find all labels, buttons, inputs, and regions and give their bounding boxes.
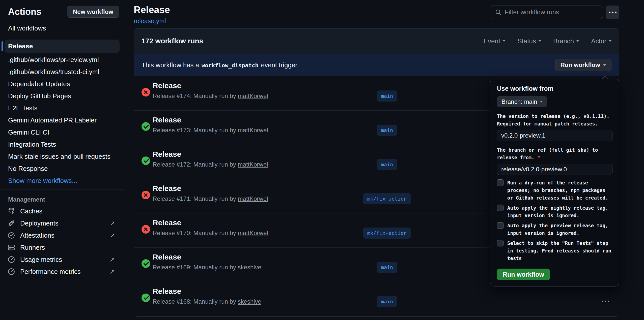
filter-label: Event [484,37,500,45]
external-link-icon: ↗ [109,232,115,239]
run-workflow-dropdown-button[interactable]: Run workflow [555,59,611,71]
ref-input-label: The branch or ref (full git sha) to rele… [497,146,612,161]
panel-checkbox-option[interactable]: Select to skip the "Run Tests" step in t… [497,239,612,262]
checkbox[interactable] [497,179,503,186]
branch-badge[interactable]: main [377,125,397,136]
sidebar-item-workflow[interactable]: .github/workflows/trusted-ci.yml [0,66,125,78]
checkbox-label: Auto apply the preview release tag, inpu… [507,222,608,237]
branch-badge[interactable]: main [377,90,397,102]
sidebar-item-workflow[interactable]: Integration Tests [0,138,125,150]
branch-badge[interactable]: main [377,296,397,307]
panel-notch [602,76,608,79]
chevron-down-icon [576,40,579,42]
workflow-run-row[interactable]: ReleaseRelease #168: Manually run by ske… [134,287,619,316]
sidebar-item-usage-metrics[interactable]: Usage metrics↗ [0,253,125,266]
sidebar-item-label: Deployments [20,219,59,227]
sidebar-item-runners[interactable]: Runners [0,241,125,253]
check-circle-icon [142,156,150,165]
checkbox-label: Auto apply the nightly release tag, inpu… [507,204,608,219]
chevron-down-icon [503,40,505,42]
workflow-file-link[interactable]: release.yml [134,17,170,25]
sidebar-item-label: Performance metrics [20,268,81,276]
chevron-down-icon [540,101,543,103]
sidebar-item-workflow[interactable]: Dependabot Updates [0,78,125,90]
active-indicator [2,41,3,51]
x-circle-icon [142,225,150,234]
actor-link[interactable]: mattKorwel [238,195,268,202]
banner-text: This workflow has aworkflow_dispatcheven… [142,61,299,69]
filter-event[interactable]: Event [484,37,506,45]
workflow-runs-count: 172 workflow runs [142,37,203,45]
check-circle-icon [142,294,150,302]
filter-workflow-runs-input[interactable] [491,6,603,19]
check-circle-icon [142,259,150,268]
sidebar-item-performance-metrics[interactable]: Performance metrics↗ [0,266,125,278]
branch-badge[interactable]: main [377,262,397,273]
filter-actor[interactable]: Actor [591,37,611,45]
sidebar-item-workflow[interactable]: .github/workflows/pr-review.yml [0,54,125,66]
filter-label: Branch [553,37,574,45]
sidebar-item-caches[interactable]: Caches [0,205,125,217]
sidebar-item-workflow[interactable]: Deploy GitHub Pages [0,90,125,102]
run-workflow-submit-button[interactable]: Run workflow [497,269,550,280]
panel-checkboxes: Run a dry-run of the release process; no… [497,179,612,262]
sidebar-divider [0,189,125,189]
actor-link[interactable]: mattKorwel [238,161,268,168]
sidebar-item-workflow[interactable]: E2E Tests [0,102,125,114]
show-more-workflows-link[interactable]: Show more workflows... [0,175,125,187]
workflow-dispatch-code: workflow_dispatch [202,62,258,69]
checkbox-label: Select to skip the "Run Tests" step in t… [507,239,611,262]
kebab-icon [609,12,617,13]
branch-selector-button[interactable]: Branch: main [497,96,547,107]
workflow-kebab-menu-button[interactable] [606,6,619,19]
actor-link[interactable]: mattKorwel [238,92,268,99]
run-workflow-panel: Use workflow from Branch: main The versi… [490,79,619,286]
server-icon [8,244,15,251]
sidebar-item-workflow[interactable]: Gemini CLI CI [0,126,125,138]
rocket-icon [8,219,15,227]
sidebar-item-all-workflows[interactable]: All workflows [0,22,125,34]
row-kebab-icon[interactable] [602,301,609,302]
search-input[interactable] [505,9,599,16]
sidebar-item-workflow[interactable]: No Response [0,163,125,175]
chevron-down-icon [609,40,611,42]
management-list: CachesDeployments↗Attestations↗RunnersUs… [0,205,125,278]
x-circle-icon [142,191,150,199]
sidebar: Actions New workflow All workflows Relea… [0,0,125,320]
filter-branch[interactable]: Branch [553,37,579,45]
actor-link[interactable]: mattKorwel [238,127,268,134]
actor-link[interactable]: skeshive [238,298,261,305]
version-input[interactable] [497,130,612,141]
sidebar-divider [0,37,125,37]
checkbox[interactable] [497,222,503,229]
runs-list-header: 172 workflow runs EventStatusBranchActor [134,28,619,54]
filter-status[interactable]: Status [517,37,541,45]
meter-icon [8,256,15,263]
panel-checkbox-option[interactable]: Auto apply the preview release tag, inpu… [497,222,612,237]
page-header: Release release.yml [134,0,619,25]
sidebar-item-release-selected[interactable]: Release [5,40,120,53]
panel-checkbox-option[interactable]: Run a dry-run of the release process; no… [497,179,612,202]
checkbox[interactable] [497,240,503,246]
branch-badge[interactable]: main [377,159,397,170]
branch-badge[interactable]: mk/fix-action [363,228,411,239]
panel-heading: Use workflow from [497,85,612,92]
ref-input[interactable] [497,164,612,175]
sidebar-item-attestations[interactable]: Attestations↗ [0,229,125,241]
new-workflow-button[interactable]: New workflow [67,6,119,18]
sidebar-item-workflow[interactable]: Mark stale issues and pull requests [0,150,125,163]
sidebar-item-label: Runners [20,244,45,251]
branch-badge[interactable]: mk/fix-action [363,193,411,204]
sidebar-item-label: Caches [20,207,42,215]
filter-dropdowns: EventStatusBranchActor [484,37,611,45]
panel-checkbox-option[interactable]: Auto apply the nightly release tag, inpu… [497,204,612,219]
verified-icon [8,232,15,239]
actor-link[interactable]: skeshive [238,264,261,271]
sidebar-item-deployments[interactable]: Deployments↗ [0,217,125,229]
checkbox[interactable] [497,205,503,211]
meter-icon [8,268,15,275]
actor-link[interactable]: mattKorwel [238,230,268,236]
sidebar-item-workflow[interactable]: Gemini Automated PR Labeler [0,114,125,126]
chevron-down-icon [539,40,541,42]
page-title: Release [134,5,170,15]
